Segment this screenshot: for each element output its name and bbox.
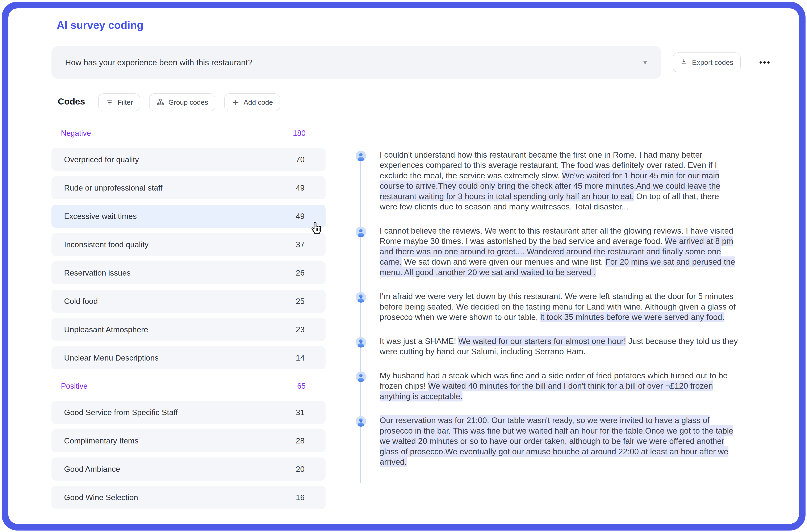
avatar: [355, 415, 380, 467]
code-count: 20: [296, 464, 305, 474]
code-count: 28: [296, 436, 305, 445]
code-row[interactable]: Good Wine Selection 16: [52, 486, 326, 509]
code-count: 37: [296, 240, 305, 249]
code-label: Overpriced for quality: [64, 155, 139, 164]
code-label: Unclear Menu Descriptions: [64, 354, 159, 362]
avatar: [355, 150, 380, 212]
question-select[interactable]: How has your experience been with this r…: [52, 46, 661, 79]
response-text: Our reservation was for 21:00. Our table…: [380, 415, 739, 467]
response-text: I couldn't understand how this restauran…: [380, 150, 739, 212]
code-row[interactable]: Unpleasant Atmosphere 23: [52, 318, 326, 341]
response-text: It was just a SHAME! We waited for our s…: [380, 336, 739, 357]
add-code-label: Add code: [244, 98, 273, 107]
avatar: [355, 336, 380, 357]
code-count: 70: [296, 155, 305, 164]
person-icon: [355, 416, 366, 426]
code-label: Cold food: [64, 297, 98, 306]
section-rows: Overpriced for quality 70 Rude or unprof…: [52, 148, 326, 369]
code-label: Good Ambiance: [64, 464, 120, 474]
code-row[interactable]: Good Service from Specific Staff 31: [52, 401, 326, 424]
code-row[interactable]: Complimentary Items 28: [52, 429, 326, 452]
person-icon: [355, 227, 366, 237]
code-count: 49: [296, 212, 305, 221]
question-text: How has your experience been with this r…: [65, 58, 253, 67]
more-options-button[interactable]: [753, 56, 776, 69]
highlighted-text[interactable]: We waited for our starters for almost on…: [458, 336, 626, 346]
code-count: 14: [296, 354, 305, 362]
person-icon: [355, 151, 366, 161]
code-row[interactable]: Excessive wait times 49: [52, 205, 326, 228]
codes-heading: Codes: [58, 97, 85, 107]
code-section-header[interactable]: Negative 180: [52, 126, 326, 140]
app-window: AI survey coding How has your experience…: [0, 0, 807, 532]
code-count: 49: [296, 184, 305, 192]
more-options-ellipsis-icon: [759, 61, 762, 63]
export-codes-button[interactable]: Export codes: [673, 53, 740, 72]
code-count: 26: [296, 268, 305, 278]
avatar: [355, 370, 380, 402]
code-row[interactable]: Good Ambiance 20: [52, 457, 326, 480]
person-icon: [355, 292, 366, 303]
code-row[interactable]: Reservation issues 26: [52, 261, 326, 284]
code-label: Excessive wait times: [64, 212, 137, 221]
section-count: 180: [293, 129, 306, 138]
code-row[interactable]: Inconsistent food quality 37: [52, 233, 326, 256]
page-title: AI survey coding: [57, 19, 144, 31]
code-label: Complimentary Items: [64, 436, 139, 445]
response-item: I couldn't understand how this restauran…: [355, 150, 740, 212]
code-row[interactable]: Cold food 25: [52, 290, 326, 313]
response-item: It was just a SHAME! We waited for our s…: [355, 336, 740, 357]
code-label: Good Wine Selection: [64, 493, 138, 502]
response-text: I'm afraid we were very let down by this…: [380, 291, 739, 322]
code-count: 16: [296, 493, 305, 502]
response-text: I cannot believe the reviews. We went to…: [380, 226, 739, 278]
plain-text: We sat down and were given our menues an…: [402, 257, 605, 266]
code-label: Inconsistent food quality: [64, 240, 148, 249]
response-item: I'm afraid we were very let down by this…: [355, 291, 740, 322]
code-row[interactable]: Unclear Menu Descriptions 14: [52, 346, 326, 369]
responses-panel: I couldn't understand how this restauran…: [355, 150, 740, 481]
plain-text: It was just a SHAME!: [380, 337, 459, 346]
highlighted-text[interactable]: We waited 40 minutes for the bill and I …: [380, 380, 713, 401]
code-count: 25: [296, 297, 305, 306]
section-name: Positive: [61, 382, 88, 391]
code-section: Negative 180 Overpriced for quality 70 R…: [52, 126, 326, 369]
code-section-header[interactable]: Positive 65: [52, 379, 326, 394]
code-count: 23: [296, 325, 305, 334]
plus-icon: [232, 98, 240, 107]
export-codes-label: Export codes: [692, 58, 733, 66]
highlighted-text[interactable]: it took 35 minutes before we were served…: [540, 312, 725, 322]
section-count: 65: [297, 382, 306, 391]
filter-lines-icon: [106, 98, 114, 107]
response-item: Our reservation was for 21:00. Our table…: [355, 415, 740, 467]
section-name: Negative: [61, 129, 91, 138]
code-row[interactable]: Rude or unprofessional staff 49: [52, 176, 326, 200]
group-codes-button[interactable]: Group codes: [149, 93, 215, 111]
avatar: [355, 226, 380, 278]
filter-label: Filter: [117, 98, 133, 107]
person-icon: [355, 372, 366, 382]
code-label: Good Service from Specific Staff: [64, 408, 178, 417]
download-icon: [680, 58, 688, 68]
codes-toolbar: Filter Group codes Add c: [98, 93, 280, 111]
group-codes-label: Group codes: [168, 98, 208, 107]
caret-down-icon: ▼: [642, 59, 648, 66]
add-code-button[interactable]: Add code: [224, 93, 280, 111]
code-label: Unpleasant Atmosphere: [64, 325, 148, 334]
filter-button[interactable]: Filter: [98, 93, 140, 111]
response-item: My husband had a steak which was fine an…: [355, 370, 740, 402]
code-section: Positive 65 Good Service from Specific S…: [52, 379, 326, 509]
codes-list: Negative 180 Overpriced for quality 70 R…: [52, 126, 326, 514]
code-row[interactable]: Overpriced for quality 70: [52, 148, 326, 171]
avatar: [355, 291, 380, 322]
code-count: 31: [296, 408, 305, 417]
hierarchy-icon: [156, 98, 165, 107]
response-item: I cannot believe the reviews. We went to…: [355, 226, 740, 278]
code-label: Reservation issues: [64, 268, 131, 278]
person-icon: [355, 337, 366, 347]
response-text: My husband had a steak which was fine an…: [380, 370, 739, 402]
code-label: Rude or unprofessional staff: [64, 184, 162, 192]
section-rows: Good Service from Specific Staff 31 Comp…: [52, 401, 326, 509]
highlighted-text[interactable]: Our reservation was for 21:00. Our table…: [380, 415, 733, 467]
